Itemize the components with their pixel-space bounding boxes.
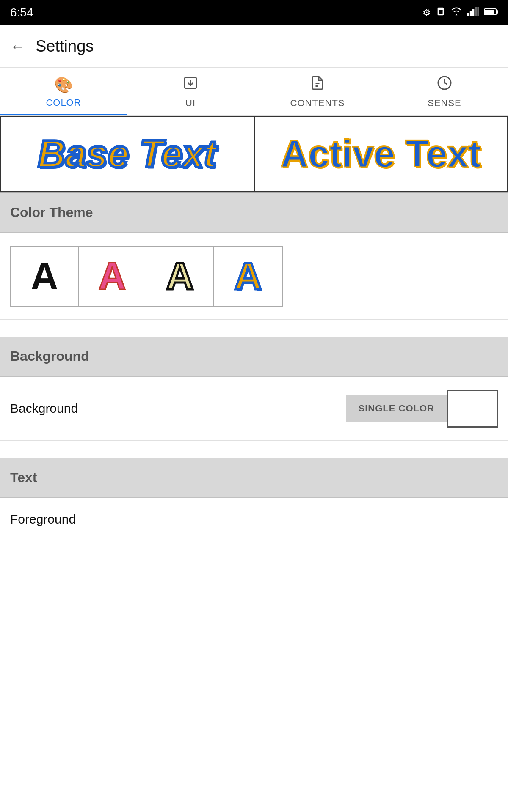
content-spacer: [0, 540, 508, 812]
single-color-button[interactable]: SINGLE COLOR: [346, 395, 447, 422]
spacer-1: [0, 320, 508, 337]
svg-rect-4: [472, 9, 475, 16]
back-button[interactable]: ←: [10, 38, 25, 55]
color-theme-title: Color Theme: [10, 205, 93, 220]
tab-contents[interactable]: CONTENTS: [254, 68, 381, 115]
spacer-2: [0, 441, 508, 458]
theme-letter-pink: A: [99, 255, 126, 298]
tab-sense[interactable]: SENSE: [381, 68, 508, 115]
svg-rect-1: [439, 10, 442, 14]
theme-option-pink[interactable]: A: [79, 247, 146, 306]
header: ← Settings: [0, 25, 508, 68]
base-text-display: Base Text: [38, 132, 216, 176]
foreground-label: Foreground: [10, 512, 76, 527]
tab-sense-label: SENSE: [428, 98, 461, 109]
page-title: Settings: [36, 37, 94, 55]
background-controls: SINGLE COLOR: [346, 390, 498, 428]
background-color-swatch[interactable]: [447, 390, 498, 428]
text-preview: Base Text Active Text: [0, 116, 508, 193]
tab-ui-label: UI: [185, 98, 196, 109]
theme-option-black[interactable]: A: [11, 247, 79, 306]
signal-icon: [467, 7, 479, 19]
tab-color[interactable]: 🎨 COLOR: [0, 68, 127, 115]
active-text-preview[interactable]: Active Text: [254, 116, 508, 192]
tab-color-label: COLOR: [46, 97, 81, 108]
background-row: Background SINGLE COLOR: [0, 377, 508, 441]
tab-contents-label: CONTENTS: [290, 98, 345, 109]
text-section-header: Text: [0, 458, 508, 498]
foreground-row: Foreground: [0, 498, 508, 540]
svg-rect-6: [477, 7, 479, 16]
text-section-title: Text: [10, 470, 37, 485]
background-section-header: Background: [0, 337, 508, 376]
settings-icon: ⚙: [422, 7, 431, 18]
color-theme-section-header: Color Theme: [0, 193, 508, 233]
ui-tab-icon: [183, 75, 198, 94]
base-text-preview[interactable]: Base Text: [0, 116, 254, 192]
active-text-display: Active Text: [281, 132, 481, 176]
wifi-icon: [450, 7, 462, 19]
svg-rect-5: [475, 7, 477, 16]
sim-icon: [436, 7, 445, 19]
color-theme-container: A A A A: [0, 233, 508, 320]
svg-rect-8: [496, 10, 498, 14]
theme-letter-orange-blue: A: [235, 255, 262, 298]
status-icons: ⚙: [422, 7, 498, 19]
tab-bar: 🎨 COLOR UI CONTENTS: [0, 68, 508, 116]
svg-rect-3: [470, 11, 472, 16]
svg-rect-9: [485, 10, 494, 14]
theme-letter-outline: A: [166, 255, 194, 298]
background-label: Background: [10, 401, 78, 416]
svg-rect-2: [467, 13, 469, 16]
theme-options: A A A A: [10, 246, 283, 307]
status-bar: 6:54 ⚙: [0, 0, 508, 25]
theme-option-outline[interactable]: A: [146, 247, 214, 306]
contents-tab-icon: [310, 75, 325, 94]
tab-ui[interactable]: UI: [127, 68, 254, 115]
theme-option-orange-blue[interactable]: A: [214, 247, 282, 306]
background-title: Background: [10, 348, 89, 364]
status-time: 6:54: [10, 6, 33, 19]
color-tab-icon: 🎨: [54, 76, 73, 94]
battery-icon: [484, 7, 498, 18]
theme-letter-black: A: [31, 255, 58, 298]
sense-tab-icon: [437, 75, 452, 94]
